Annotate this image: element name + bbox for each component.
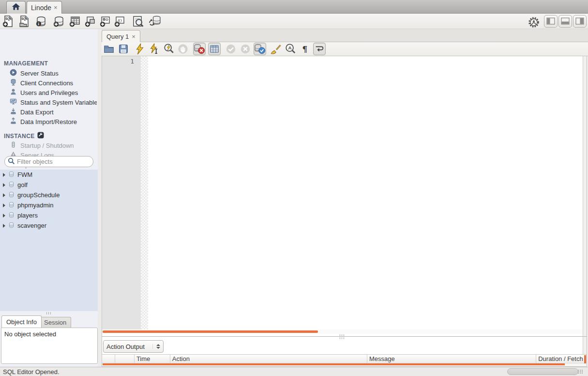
schema-item-golf[interactable]: golf bbox=[0, 180, 98, 190]
search-icon bbox=[8, 157, 15, 166]
sidebar-item-client-connections[interactable]: Client Connections bbox=[10, 78, 97, 88]
spinner-arrows-icon bbox=[152, 344, 160, 349]
create-schema-icon[interactable] bbox=[53, 15, 65, 28]
search-table-data-icon[interactable] bbox=[132, 15, 144, 28]
expander-icon[interactable] bbox=[3, 224, 5, 228]
beautify-icon[interactable] bbox=[270, 43, 282, 55]
output-column-blank[interactable] bbox=[102, 355, 115, 363]
expander-icon[interactable] bbox=[3, 214, 5, 218]
schema-item-players[interactable]: players bbox=[0, 210, 98, 220]
create-table-icon[interactable] bbox=[69, 15, 81, 28]
instance-section-header: INSTANCE bbox=[4, 132, 44, 140]
sidebar-item-server-status[interactable]: Server Status bbox=[10, 68, 97, 78]
home-icon bbox=[11, 1, 21, 14]
sidebar-item-startup-shutdown[interactable]: Startup / Shutdown bbox=[10, 141, 97, 150]
gauge-icon bbox=[10, 69, 17, 78]
sql-editor[interactable]: 1 bbox=[102, 56, 587, 363]
expander-icon[interactable] bbox=[3, 173, 5, 177]
toggle-autocommit-icon[interactable] bbox=[254, 43, 266, 55]
sidebar-item-users-and-privileges[interactable]: Users and Privileges bbox=[10, 88, 97, 97]
schema-item-phpmyadmin[interactable]: phpmyadmin bbox=[0, 200, 98, 210]
database-icon bbox=[8, 191, 15, 199]
sql-editor-toolbar: A¶ bbox=[102, 42, 588, 56]
resize-grip-icon[interactable] bbox=[582, 369, 583, 374]
toggle-stop-on-error-icon[interactable] bbox=[193, 43, 206, 55]
output-vscrollbar[interactable] bbox=[584, 355, 586, 363]
output-column-time[interactable]: Time bbox=[135, 355, 170, 363]
commit-icon bbox=[225, 43, 237, 55]
sidebar-item-data-import-restore[interactable]: Data Import/Restore bbox=[10, 117, 97, 126]
query-tab-close-icon[interactable]: × bbox=[132, 33, 136, 40]
output-column-duration-fetch[interactable]: Duration / Fetch bbox=[536, 355, 587, 363]
toggle-bottom-panel-icon[interactable] bbox=[558, 15, 572, 28]
sql-editor-area: Query 1 × A¶ 1 Action Output TimeActionM… bbox=[102, 29, 588, 367]
create-view-icon[interactable] bbox=[84, 15, 97, 28]
show-invisibles-icon[interactable]: ¶ bbox=[299, 43, 311, 55]
preferences-icon[interactable] bbox=[528, 16, 540, 29]
database-icon bbox=[8, 181, 15, 189]
connection-tab[interactable]: Linode × bbox=[27, 1, 62, 14]
expander-icon[interactable] bbox=[3, 193, 5, 197]
status-message: SQL Editor Opened. bbox=[3, 368, 60, 376]
create-procedure-icon[interactable] bbox=[99, 15, 112, 28]
toggle-left-panel-icon[interactable] bbox=[544, 15, 558, 28]
sidebar-item-data-export[interactable]: Data Export bbox=[10, 107, 97, 117]
rollback-icon bbox=[239, 43, 252, 55]
sidebar-splitter-grip[interactable] bbox=[46, 312, 51, 314]
database-icon bbox=[8, 171, 15, 179]
execute-icon[interactable] bbox=[134, 43, 146, 55]
database-icon bbox=[8, 202, 15, 209]
toggle-right-panel-icon[interactable] bbox=[573, 15, 587, 28]
open-sql-script-icon[interactable]: SQL bbox=[18, 15, 30, 28]
output-column-message[interactable]: Message bbox=[367, 355, 536, 363]
schema-inspector-icon[interactable]: i bbox=[35, 15, 47, 28]
window-tab-bar: Linode × bbox=[0, 0, 588, 14]
action-output-table: TimeActionMessageDuration / Fetch bbox=[102, 354, 587, 367]
output-column-blank[interactable] bbox=[115, 355, 135, 363]
output-selector[interactable]: Action Output bbox=[103, 340, 164, 353]
create-function-icon[interactable]: f() bbox=[114, 15, 126, 28]
execute-current-statement-icon[interactable] bbox=[148, 43, 161, 55]
limit-rows-icon[interactable] bbox=[208, 43, 221, 55]
schema-filter-input[interactable] bbox=[17, 158, 102, 165]
schema-item-fwm[interactable]: FWM bbox=[0, 170, 98, 180]
fold-margin bbox=[141, 56, 148, 330]
output-column-action[interactable]: Action bbox=[170, 355, 367, 363]
user-icon bbox=[10, 88, 17, 97]
tab-session[interactable]: Session bbox=[39, 317, 71, 328]
object-info-text: No object selected bbox=[4, 330, 56, 338]
sidebar: MANAGEMENT Server StatusClient Connectio… bbox=[0, 29, 98, 367]
open-script-icon[interactable] bbox=[103, 43, 115, 55]
new-sql-editor-icon[interactable]: SQL bbox=[2, 15, 15, 28]
schema-item-groupschedule[interactable]: groupSchedule bbox=[0, 190, 98, 200]
sql-text-area[interactable] bbox=[148, 56, 580, 330]
object-info-panel: No object selected bbox=[1, 328, 98, 364]
line-number: 1 bbox=[102, 56, 141, 65]
sidebar-item-status-and-system-variables[interactable]: Status and System Variables bbox=[10, 97, 97, 107]
home-tab[interactable] bbox=[6, 1, 26, 14]
schema-item-scavenger[interactable]: scavenger bbox=[0, 220, 98, 231]
output-hscrollbar[interactable] bbox=[103, 363, 565, 365]
toggle-wrap-icon[interactable] bbox=[313, 43, 326, 55]
connection-tab-close-icon[interactable]: × bbox=[54, 4, 58, 11]
explain-icon[interactable] bbox=[163, 43, 175, 55]
query-tab[interactable]: Query 1 × bbox=[102, 30, 140, 42]
schema-filter[interactable] bbox=[4, 156, 93, 167]
editor-hscrollbar[interactable] bbox=[103, 330, 318, 333]
database-icon bbox=[8, 222, 15, 230]
editor-output-splitter[interactable] bbox=[102, 334, 587, 339]
expander-icon[interactable] bbox=[3, 183, 5, 187]
sidebar-main-splitter[interactable] bbox=[98, 29, 102, 367]
main-toolbar: SQLSQLif() bbox=[0, 14, 588, 29]
tab-object-info[interactable]: Object Info bbox=[1, 315, 42, 328]
stop-icon bbox=[177, 43, 189, 55]
status-bar: SQL Editor Opened. bbox=[0, 367, 588, 376]
schema-tree: FWMgolfgroupSchedulephpmyadminplayerssca… bbox=[0, 170, 98, 311]
output-selector-value: Action Output bbox=[106, 343, 145, 350]
find-icon[interactable]: A bbox=[284, 43, 297, 55]
expander-icon[interactable] bbox=[3, 204, 5, 207]
connection-tab-label: Linode bbox=[31, 4, 51, 12]
reconnect-dbms-icon[interactable] bbox=[149, 15, 161, 28]
admin-wrench-icon bbox=[37, 132, 44, 140]
save-script-icon[interactable] bbox=[117, 43, 130, 55]
